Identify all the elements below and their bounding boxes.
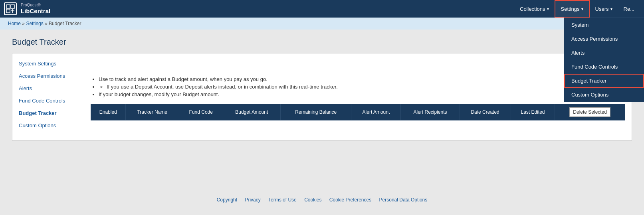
col-delete: Delete Selected <box>555 104 625 120</box>
footer-terms[interactable]: Terms of Use <box>268 197 297 203</box>
info-line-3: If your budget changes, modify your Budg… <box>99 91 625 97</box>
sidenav-budget-tracker[interactable]: Budget Tracker <box>12 107 84 119</box>
dropdown-custom-options[interactable]: Custom Options <box>564 88 644 102</box>
breadcrumb: Home » Settings » Budget Tracker <box>0 18 644 30</box>
col-remaining-balance: Remaining Balance <box>280 104 351 120</box>
col-tracker-name: Tracker Name <box>125 104 179 120</box>
col-budget-amount: Budget Amount <box>223 104 280 120</box>
breadcrumb-current: Budget Tracker <box>49 21 81 26</box>
footer: Copyright Privacy Terms of Use Cookies C… <box>0 189 644 211</box>
product-name: LibCentral <box>21 8 50 15</box>
breadcrumb-sep2: » <box>45 21 49 26</box>
nav-links: Collections ▾ Settings ▾ Users ▾ Re... <box>514 0 640 18</box>
col-enabled: Enabled <box>91 104 126 120</box>
footer-cookies[interactable]: Cookies <box>304 197 321 203</box>
logo-icon <box>4 2 17 15</box>
col-last-edited: Last Edited <box>511 104 555 120</box>
breadcrumb-home[interactable]: Home <box>8 21 21 26</box>
sidenav-alerts[interactable]: Alerts <box>12 82 84 95</box>
nav-collections[interactable]: Collections ▾ <box>514 0 555 18</box>
svg-rect-1 <box>11 5 14 8</box>
logo: ProQuest® LibCentral <box>4 2 68 15</box>
settings-caret-icon: ▾ <box>581 7 583 11</box>
svg-rect-0 <box>6 5 10 8</box>
logo-text: ProQuest® LibCentral <box>21 3 50 15</box>
panel-header: New Budget Tracker <box>91 60 625 71</box>
breadcrumb-settings[interactable]: Settings <box>26 21 43 26</box>
tracker-table: Enabled Tracker Name Fund Code Budget Am… <box>91 104 625 120</box>
footer-privacy[interactable]: Privacy <box>245 197 260 203</box>
footer-cookie-preferences[interactable]: Cookie Preferences <box>329 197 371 203</box>
info-line-1: Use to track and alert against a Budget … <box>99 76 625 82</box>
users-caret-icon: ▾ <box>610 7 612 11</box>
brand-name: ProQuest® <box>21 3 50 8</box>
page-title: Budget Tracker <box>12 37 632 47</box>
collections-caret-icon: ▾ <box>547 7 549 11</box>
dropdown-fund-code-controls[interactable]: Fund Code Controls <box>564 60 644 74</box>
dropdown-access-permissions[interactable]: Access Permissions <box>564 32 644 46</box>
side-nav: System Settings Access Permissions Alert… <box>12 53 84 140</box>
sidenav-system-settings[interactable]: System Settings <box>12 57 84 70</box>
main-card: System Settings Access Permissions Alert… <box>12 53 632 141</box>
info-subline-1: If you use a Deposit Account, use Deposi… <box>107 84 625 90</box>
delete-selected-button[interactable]: Delete Selected <box>569 107 610 117</box>
info-line-2: If you use a Deposit Account, use Deposi… <box>99 84 625 90</box>
dropdown-alerts[interactable]: Alerts <box>564 46 644 60</box>
sidenav-access-permissions[interactable]: Access Permissions <box>12 70 84 82</box>
main-panel: New Budget Tracker Use to track and aler… <box>84 53 632 140</box>
nav-reports[interactable]: Re... <box>618 0 640 18</box>
nav-settings[interactable]: Settings ▾ <box>555 0 590 18</box>
dropdown-budget-tracker[interactable]: Budget Tracker <box>564 74 644 88</box>
col-alert-recipients: Alert Recipients <box>401 104 460 120</box>
sidenav-custom-options[interactable]: Custom Options <box>12 119 84 132</box>
sidenav-fund-code-controls[interactable]: Fund Code Controls <box>12 95 84 107</box>
col-fund-code: Fund Code <box>179 104 223 120</box>
page-content: Budget Tracker System Settings Access Pe… <box>0 30 644 189</box>
breadcrumb-sep1: » <box>22 21 26 26</box>
footer-copyright[interactable]: Copyright <box>217 197 237 203</box>
top-nav: ProQuest® LibCentral Collections ▾ Setti… <box>0 0 644 18</box>
dropdown-system[interactable]: System <box>564 18 644 32</box>
nav-users[interactable]: Users ▾ <box>590 0 618 18</box>
footer-personal-data[interactable]: Personal Data Options <box>379 197 428 203</box>
svg-rect-2 <box>6 9 10 13</box>
info-list: Use to track and alert against a Budget … <box>91 76 625 97</box>
col-alert-amount: Alert Amount <box>351 104 401 120</box>
col-date-created: Date Created <box>460 104 511 120</box>
settings-dropdown: System Access Permissions Alerts Fund Co… <box>564 18 644 102</box>
